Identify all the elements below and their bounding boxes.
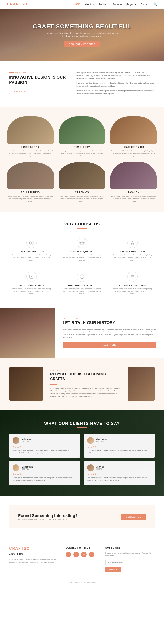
footer-about-title: ABOUT US bbox=[9, 553, 59, 556]
why-desc-5: Lorem ipsum dolor sit amet, consectetur … bbox=[112, 288, 153, 295]
cat-title-0: HOME DECOR bbox=[7, 146, 54, 148]
recycle-image-right bbox=[128, 367, 155, 401]
cat-desc-2: Lorem ipsum dolor sit amet, consectetur … bbox=[110, 150, 157, 157]
category-sculpting[interactable]: SCULPTURING Lorem ipsum dolor sit amet, … bbox=[7, 162, 54, 202]
testimonials-title: WHAT OUR CLIENTS HAVE TO SAY bbox=[9, 421, 155, 426]
tcard-header-2: Lisa Brown CEO Title bbox=[13, 464, 77, 471]
nav-links: Home About Us Products Services Pages ▼ … bbox=[73, 2, 157, 6]
cat-img-sculpt bbox=[7, 162, 54, 189]
testimonial-1: Lisa Brown CEO Title ★★★★★ Lorem ipsum d… bbox=[84, 434, 155, 458]
category-jewellery[interactable]: JEWELLERY Lorem ipsum dolor sit amet, co… bbox=[58, 116, 106, 157]
recycle-divider bbox=[50, 384, 57, 385]
nav-home[interactable]: Home bbox=[73, 2, 80, 6]
search-icon[interactable]: 🔍 bbox=[153, 2, 157, 6]
cat-img-fashion bbox=[110, 162, 157, 189]
cat-title-3: SCULPTURING bbox=[7, 191, 54, 194]
testimonial-0: John Doe CEO Title ★★★★★ Lorem ipsum dol… bbox=[9, 434, 80, 458]
packaging-icon bbox=[127, 272, 138, 282]
subscribe-input[interactable] bbox=[106, 560, 155, 566]
history-section: OUR HISTORY LET'S TALK OUR HISTORY Lorem… bbox=[0, 308, 164, 358]
why-speed: SPEED PRODUCTION Lorem ipsum dolor sit a… bbox=[110, 236, 155, 264]
footer-subscribe-title: SUBSCRIBE bbox=[106, 546, 155, 549]
about-cta-button[interactable]: LEARN MORE bbox=[9, 88, 31, 94]
history-heading: LET'S TALK OUR HISTORY bbox=[63, 320, 156, 325]
tcard-stars-0: ★★★★★ bbox=[13, 446, 77, 448]
cta-button[interactable]: CONTACT US bbox=[121, 514, 146, 520]
categories-grid: HOME DECOR Lorem ipsum dolor sit amet, c… bbox=[7, 116, 157, 203]
category-ceramics[interactable]: CERAMICS Lorem ipsum dolor sit amet, con… bbox=[58, 162, 106, 202]
social-icons: f t in p bbox=[66, 552, 99, 557]
why-desc-4: Lorem ipsum dolor sit amet, consectetur … bbox=[62, 288, 102, 295]
cat-img-leather bbox=[110, 116, 157, 144]
why-desc-1: Lorem ipsum dolor sit amet, consectetur … bbox=[62, 254, 102, 261]
tcard-header-3: John Doe CEO Title bbox=[87, 464, 152, 471]
quality-icon bbox=[77, 238, 87, 248]
why-packaging: PREMIUM PACKAGING Lorem ipsum dolor sit … bbox=[110, 269, 155, 298]
cat-img-ceramic bbox=[58, 162, 106, 189]
tcard-name-3: John Doe bbox=[96, 466, 106, 468]
tcard-role-1: CEO Title bbox=[96, 440, 108, 442]
tcard-stars-1: ★★★★★ bbox=[87, 446, 152, 448]
recycle-content: ECO FRIENDLY RECYCLE RUBBISH BECOMING CR… bbox=[50, 370, 121, 398]
nav-pages[interactable]: Pages ▼ bbox=[126, 3, 137, 6]
category-home-decor[interactable]: HOME DECOR Lorem ipsum dolor sit amet, c… bbox=[7, 116, 54, 157]
why-title-2: SPEED PRODUCTION bbox=[112, 250, 153, 252]
why-title-0: CREATIVE SOLUTION bbox=[11, 250, 52, 252]
logo: CRAFTSO bbox=[7, 2, 28, 6]
why-functional: FUNCTIONAL DESIGN Lorem ipsum dolor sit … bbox=[9, 269, 54, 298]
speed-icon bbox=[127, 238, 138, 248]
history-cta-button[interactable]: READ MORE bbox=[63, 342, 156, 348]
about-para3: Quisque venenatis dui erat. Cras et just… bbox=[76, 90, 155, 95]
why-section: WHY CHOOSE US CREATIVE SOLUTION Lorem ip… bbox=[0, 212, 164, 308]
history-content: OUR HISTORY LET'S TALK OUR HISTORY Lorem… bbox=[55, 308, 164, 358]
pinterest-icon[interactable]: p bbox=[89, 552, 94, 557]
why-title-5: PREMIUM PACKAGING bbox=[112, 284, 153, 286]
logo-craft: CRAFT bbox=[7, 2, 21, 6]
instagram-icon[interactable]: in bbox=[81, 552, 87, 557]
footer: CRAFTSO ABOUT US Lorem ipsum dolor sit a… bbox=[0, 537, 164, 593]
svg-marker-1 bbox=[80, 241, 84, 245]
about-section: WHY CHOOSE US INNOVATIVE DESIGN IS OUR P… bbox=[0, 61, 164, 108]
why-creative: CREATIVE SOLUTION Lorem ipsum dolor sit … bbox=[9, 236, 54, 264]
why-title: WHY CHOOSE US bbox=[9, 222, 155, 227]
tcard-stars-2: ★★★★★ bbox=[13, 473, 77, 475]
cat-img-jewel bbox=[58, 116, 106, 144]
subscribe-button[interactable]: SUBMIT bbox=[106, 567, 121, 572]
why-divider bbox=[77, 228, 87, 229]
delivery-icon bbox=[77, 272, 87, 282]
why-desc-3: Lorem ipsum dolor sit amet, consectetur … bbox=[11, 288, 52, 295]
footer-subscribe-col: SUBSCRIBE Sign up for our newsletter to … bbox=[106, 546, 155, 573]
footer-copyright: © 2023 CraftSo. All Rights Reserved. bbox=[9, 577, 155, 584]
cta-inner: Found Something Interesting? WE CAN MAKE… bbox=[9, 506, 155, 528]
nav-about[interactable]: About Us bbox=[84, 3, 95, 6]
cta-section: Found Something Interesting? WE CAN MAKE… bbox=[0, 496, 164, 537]
nav-services[interactable]: Services bbox=[113, 3, 122, 6]
tcard-role-0: CEO Title bbox=[22, 440, 31, 442]
about-heading: INNOVATIVE DESIGN IS OUR PASSION bbox=[9, 75, 69, 86]
nav-products[interactable]: Products bbox=[99, 3, 108, 6]
category-leather[interactable]: LEATHER CRAFT Lorem ipsum dolor sit amet… bbox=[110, 116, 157, 157]
tcard-header-0: John Doe CEO Title bbox=[13, 437, 77, 444]
footer-logo: CRAFTSO bbox=[9, 546, 59, 551]
why-title-4: WORLDWIDE DELIVERY bbox=[62, 284, 102, 286]
svg-point-0 bbox=[29, 241, 34, 245]
why-grid: CREATIVE SOLUTION Lorem ipsum dolor sit … bbox=[9, 236, 155, 298]
about-para1: Lorem ipsum dolor sit amet, consectetur … bbox=[76, 71, 155, 80]
recycle-label: ECO FRIENDLY bbox=[50, 370, 121, 371]
cat-title-2: LEATHER CRAFT bbox=[110, 146, 157, 148]
cta-subtext: WE CAN MAKE ANYTHING YOU CAN IMAGINE! bbox=[18, 518, 78, 520]
tcard-role-3: CEO Title bbox=[96, 468, 106, 470]
twitter-icon[interactable]: t bbox=[73, 552, 79, 557]
nav-contact[interactable]: Contact bbox=[141, 3, 149, 6]
footer-subscribe-desc: Sign up for our newsletter to receive ex… bbox=[106, 552, 155, 558]
svg-rect-7 bbox=[131, 276, 134, 278]
cat-img-home bbox=[7, 116, 54, 144]
footer-grid: CRAFTSO ABOUT US Lorem ipsum dolor sit a… bbox=[9, 546, 155, 573]
footer-connect: CONNECT WITH US f t in p bbox=[66, 546, 99, 573]
hero-cta-button[interactable]: REQUEST A PRODUCT bbox=[64, 41, 100, 47]
category-fashion[interactable]: FASHION Lorem ipsum dolor sit amet, cons… bbox=[110, 162, 157, 202]
why-title-3: FUNCTIONAL DESIGN bbox=[11, 284, 52, 286]
facebook-icon[interactable]: f bbox=[66, 552, 71, 557]
why-quality: SUPERIOR QUALITY Lorem ipsum dolor sit a… bbox=[60, 236, 105, 264]
cat-title-4: CERAMICS bbox=[58, 191, 106, 194]
